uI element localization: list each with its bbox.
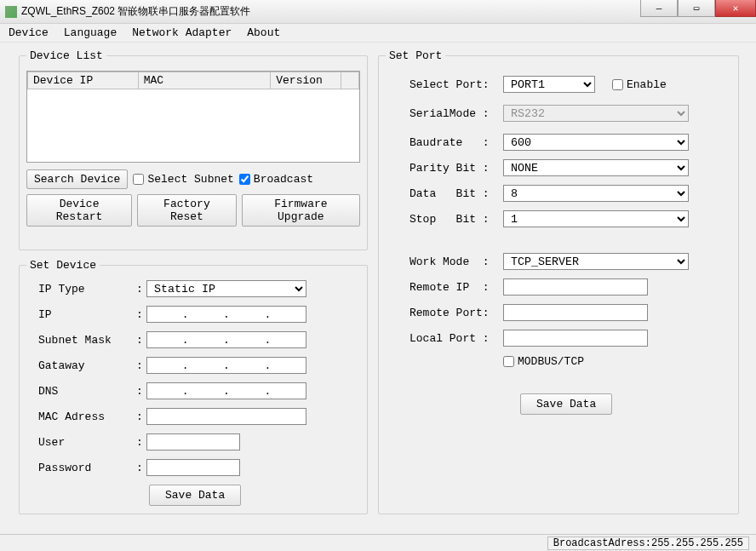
factory-reset-button[interactable]: Factory Reset (137, 194, 237, 227)
remote-port-field[interactable] (503, 304, 648, 321)
remote-ip-field[interactable] (503, 278, 648, 296)
data-bit-label: Data Bit : (410, 187, 503, 200)
work-mode-select[interactable]: TCP_SERVER (503, 253, 689, 270)
window-title: ZQWL_EthRS_Z602 智嵌物联串口服务器配置软件 (21, 4, 250, 19)
close-button[interactable]: ✕ (715, 0, 756, 17)
stop-bit-select[interactable]: 1 (503, 210, 689, 227)
subnet-mask-label: Subnet Mask (38, 334, 136, 347)
app-icon (5, 6, 17, 18)
set-device-legend: Set Device (26, 259, 100, 272)
ip-type-label: IP Type (38, 283, 136, 296)
enable-checkbox[interactable] (612, 79, 623, 90)
baudrate-label: Baudrate : (410, 136, 503, 149)
local-port-field[interactable] (503, 330, 648, 347)
broadcast-label: Broadcast (254, 173, 313, 186)
device-table[interactable]: Device IP MAC Version (26, 71, 360, 163)
stop-bit-label: Stop Bit : (410, 213, 503, 226)
modbus-checkbox-wrap[interactable]: MODBUS/TCP (503, 355, 584, 368)
col-version[interactable]: Version (271, 72, 341, 89)
password-label: Password (38, 462, 136, 474)
window-titlebar: ZQWL_EthRS_Z602 智嵌物联串口服务器配置软件 — ▭ ✕ (0, 0, 756, 24)
set-device-group: Set Device IP Type : Static IP IP : ... … (19, 259, 368, 514)
select-port-label: Select Port: (410, 78, 503, 91)
gateway-field[interactable]: ... (146, 357, 306, 374)
ip-field[interactable]: ... (146, 306, 306, 323)
device-list-legend: Device List (26, 49, 106, 62)
subnet-mask-field[interactable]: ... (146, 331, 306, 348)
menu-about[interactable]: About (247, 26, 280, 39)
modbus-label: MODBUS/TCP (518, 355, 584, 368)
mac-address-label: MAC Adress (38, 410, 136, 423)
select-port-select[interactable]: PORT1 (503, 76, 595, 93)
data-bit-select[interactable]: 8 (503, 185, 689, 202)
select-subnet-label: Select Subnet (147, 173, 233, 186)
set-port-save-button[interactable]: Save Data (520, 393, 612, 415)
broadcast-checkbox-wrap[interactable]: Broadcast (239, 173, 313, 186)
menu-language[interactable]: Language (64, 26, 117, 39)
set-device-save-button[interactable]: Save Data (149, 485, 241, 506)
select-subnet-checkbox-wrap[interactable]: Select Subnet (133, 173, 233, 186)
serial-mode-select: RS232 (503, 105, 689, 122)
device-restart-button[interactable]: Device Restart (26, 194, 132, 227)
set-port-legend: Set Port (386, 49, 445, 62)
dns-field[interactable]: ... (146, 382, 306, 399)
window-controls: — ▭ ✕ (640, 0, 756, 17)
set-port-group: Set Port Select Port: PORT1 Enable Seria… (378, 49, 739, 514)
enable-label: Enable (627, 78, 667, 91)
password-field[interactable] (146, 459, 240, 476)
gateway-label: Gataway (38, 359, 136, 372)
col-empty (341, 72, 359, 89)
serial-mode-label: SerialMode : (410, 107, 503, 120)
enable-checkbox-wrap[interactable]: Enable (612, 78, 667, 91)
search-device-button[interactable]: Search Device (26, 169, 128, 189)
col-device-ip[interactable]: Device IP (28, 72, 139, 89)
select-subnet-checkbox[interactable] (133, 174, 144, 185)
user-label: User (38, 436, 136, 449)
remote-port-label: Remote Port: (410, 307, 503, 319)
minimize-button[interactable]: — (640, 0, 678, 17)
modbus-checkbox[interactable] (503, 356, 514, 367)
status-broadcast-address: BroadcastAdress:255.255.255.255 (547, 537, 749, 550)
local-port-label: Local Port : (410, 332, 503, 345)
status-bar: BroadcastAdress:255.255.255.255 (0, 534, 756, 551)
parity-bit-label: Parity Bit : (410, 162, 503, 175)
remote-ip-label: Remote IP : (410, 281, 503, 294)
user-field[interactable] (146, 433, 240, 451)
parity-bit-select[interactable]: NONE (503, 159, 689, 176)
mac-address-field[interactable] (146, 408, 306, 425)
baudrate-select[interactable]: 600 (503, 134, 689, 151)
ip-label: IP (38, 308, 136, 321)
maximize-button[interactable]: ▭ (678, 0, 715, 17)
ip-type-select[interactable]: Static IP (146, 280, 306, 297)
work-mode-label: Work Mode : (410, 255, 503, 268)
menu-network-adapter[interactable]: Network Adapter (132, 26, 232, 39)
col-mac[interactable]: MAC (138, 72, 271, 89)
firmware-upgrade-button[interactable]: Firmware Upgrade (242, 194, 360, 227)
broadcast-checkbox[interactable] (239, 174, 250, 185)
menu-bar: Device Language Network Adapter About (0, 24, 756, 43)
menu-device[interactable]: Device (9, 26, 49, 39)
dns-label: DNS (38, 385, 136, 398)
device-list-group: Device List Device IP MAC Version Search… (19, 49, 368, 250)
